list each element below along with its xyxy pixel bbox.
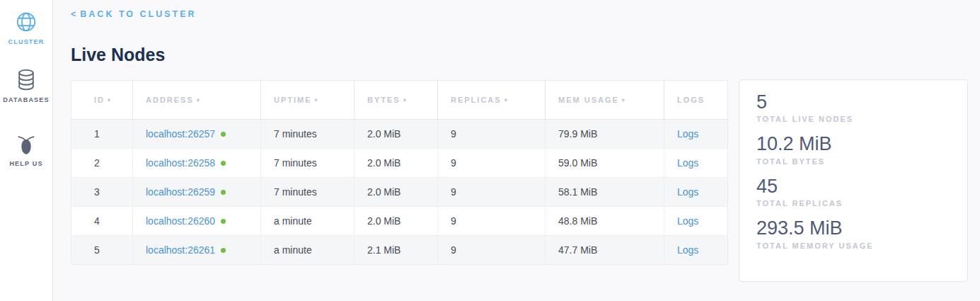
summary-card: 5 TOTAL LIVE NODES10.2 MiB TOTAL BYTES45… <box>739 79 968 282</box>
column-header-address[interactable]: ADDRESS▾ <box>133 81 261 120</box>
table-row: 5localhost:26261a minute2.1 MiB947.7 MiB… <box>71 236 728 265</box>
node-id-cell: 5 <box>71 236 133 265</box>
live-status-dot <box>221 190 226 195</box>
live-status-dot <box>221 132 226 137</box>
mem-usage-cell: 48.8 MiB <box>546 207 664 236</box>
back-to-cluster-link[interactable]: <BACK TO CLUSTER <box>71 9 197 19</box>
column-header-label: REPLICAS <box>451 96 502 104</box>
logs-cell: Logs <box>664 236 728 265</box>
column-header-replicas[interactable]: REPLICAS▾ <box>438 81 546 120</box>
node-address-cell: localhost:26258 <box>133 149 261 178</box>
sidebar-item-help-us[interactable]: HELP US <box>0 131 52 167</box>
logs-link[interactable]: Logs <box>677 128 698 140</box>
bytes-cell: 2.0 MiB <box>354 149 438 178</box>
logs-cell: Logs <box>664 149 728 178</box>
bug-icon <box>13 131 39 157</box>
mem-usage-cell: 47.7 MiB <box>546 236 664 265</box>
column-header-label: BYTES <box>367 96 400 104</box>
column-header-mem[interactable]: MEM USAGE▾ <box>546 81 664 120</box>
globe-icon <box>13 9 39 35</box>
uptime-cell: a minute <box>261 236 354 265</box>
bytes-cell: 2.0 MiB <box>354 207 438 236</box>
node-address-link[interactable]: localhost:26258 <box>146 157 215 169</box>
column-header-label: UPTIME <box>274 96 312 104</box>
node-address-cell: localhost:26261 <box>133 236 261 265</box>
live-status-dot <box>221 161 226 166</box>
mem-usage-cell: 79.9 MiB <box>546 120 664 149</box>
column-header-label: LOGS <box>677 96 705 104</box>
column-header-label: ADDRESS <box>146 96 194 104</box>
node-id-cell: 4 <box>71 207 133 236</box>
replicas-cell: 9 <box>438 207 546 236</box>
sort-caret-icon: ▾ <box>197 97 201 103</box>
node-id-cell: 2 <box>71 149 133 178</box>
summary-stat: 10.2 MiB TOTAL BYTES <box>756 132 950 165</box>
uptime-cell: 7 minutes <box>261 149 354 178</box>
summary-stat: 45 TOTAL REPLICAS <box>756 175 950 208</box>
bytes-cell: 2.1 MiB <box>354 236 438 265</box>
mem-usage-cell: 58.1 MiB <box>546 178 664 207</box>
column-header-uptime[interactable]: UPTIME▾ <box>261 81 354 120</box>
column-header-logs: LOGS <box>664 81 728 120</box>
mem-usage-cell: 59.0 MiB <box>546 149 664 178</box>
replicas-cell: 9 <box>438 178 546 207</box>
replicas-cell: 9 <box>438 120 546 149</box>
sidebar-item-label: HELP US <box>9 160 42 167</box>
main-content: <BACK TO CLUSTER Live Nodes ID▾ADDRESS▾U… <box>53 0 980 301</box>
stat-label: TOTAL REPLICAS <box>756 199 950 208</box>
page-title: Live Nodes <box>71 45 980 65</box>
sort-caret-icon: ▾ <box>622 97 626 103</box>
stat-label: TOTAL LIVE NODES <box>756 115 950 123</box>
sidebar-item-label: DATABASES <box>3 96 49 103</box>
replicas-cell: 9 <box>438 236 546 265</box>
sidebar-item-databases[interactable]: DATABASES <box>0 67 52 103</box>
node-address-link[interactable]: localhost:26259 <box>146 186 215 198</box>
stat-value: 5 <box>756 91 950 113</box>
sort-caret-icon: ▾ <box>403 97 408 103</box>
column-header-label: MEM USAGE <box>558 96 619 104</box>
logs-link[interactable]: Logs <box>677 244 698 256</box>
stat-label: TOTAL BYTES <box>756 157 950 166</box>
logs-link[interactable]: Logs <box>677 157 698 169</box>
logs-link[interactable]: Logs <box>677 215 698 227</box>
live-status-dot <box>221 248 226 253</box>
node-address-link[interactable]: localhost:26261 <box>146 244 215 256</box>
node-address-link[interactable]: localhost:26260 <box>146 215 215 227</box>
main-row: ID▾ADDRESS▾UPTIME▾BYTES▾REPLICAS▾MEM USA… <box>71 80 980 282</box>
node-address-link[interactable]: localhost:26257 <box>146 128 215 140</box>
column-header-id[interactable]: ID▾ <box>71 81 133 120</box>
bytes-cell: 2.0 MiB <box>354 120 438 149</box>
summary-stat: 5 TOTAL LIVE NODES <box>756 91 950 123</box>
sidebar: CLUSTER DATABASES HELP US <box>0 0 53 301</box>
logs-cell: Logs <box>664 178 728 207</box>
back-arrow-icon: < <box>71 9 76 19</box>
logs-cell: Logs <box>664 120 728 149</box>
stat-value: 293.5 MiB <box>756 217 950 239</box>
node-address-cell: localhost:26260 <box>133 207 261 236</box>
table-row: 1localhost:262577 minutes2.0 MiB979.9 Mi… <box>71 120 728 149</box>
column-header-bytes[interactable]: BYTES▾ <box>354 81 438 120</box>
table-row: 4localhost:26260a minute2.0 MiB948.8 MiB… <box>71 207 728 236</box>
table-row: 2localhost:262587 minutes2.0 MiB959.0 Mi… <box>71 149 728 178</box>
uptime-cell: a minute <box>261 207 354 236</box>
database-icon <box>13 67 39 93</box>
sidebar-item-label: CLUSTER <box>8 38 45 45</box>
logs-cell: Logs <box>664 207 728 236</box>
uptime-cell: 7 minutes <box>261 178 354 207</box>
node-id-cell: 3 <box>71 178 133 207</box>
sort-caret-icon: ▾ <box>108 97 112 103</box>
table-row: 3localhost:262597 minutes2.0 MiB958.1 Mi… <box>71 178 728 207</box>
sort-caret-icon: ▾ <box>505 97 509 103</box>
uptime-cell: 7 minutes <box>261 120 354 149</box>
table-header-row: ID▾ADDRESS▾UPTIME▾BYTES▾REPLICAS▾MEM USA… <box>71 81 728 120</box>
back-link-label: BACK TO CLUSTER <box>80 9 196 19</box>
summary-stat: 293.5 MiB TOTAL MEMORY USAGE <box>756 217 950 249</box>
sidebar-item-cluster[interactable]: CLUSTER <box>0 9 52 45</box>
node-address-cell: localhost:26257 <box>133 120 261 149</box>
bytes-cell: 2.0 MiB <box>354 178 438 207</box>
logs-link[interactable]: Logs <box>677 186 698 198</box>
sort-caret-icon: ▾ <box>315 97 319 103</box>
column-header-label: ID <box>94 96 105 104</box>
node-id-cell: 1 <box>71 120 133 149</box>
live-status-dot <box>221 219 226 224</box>
